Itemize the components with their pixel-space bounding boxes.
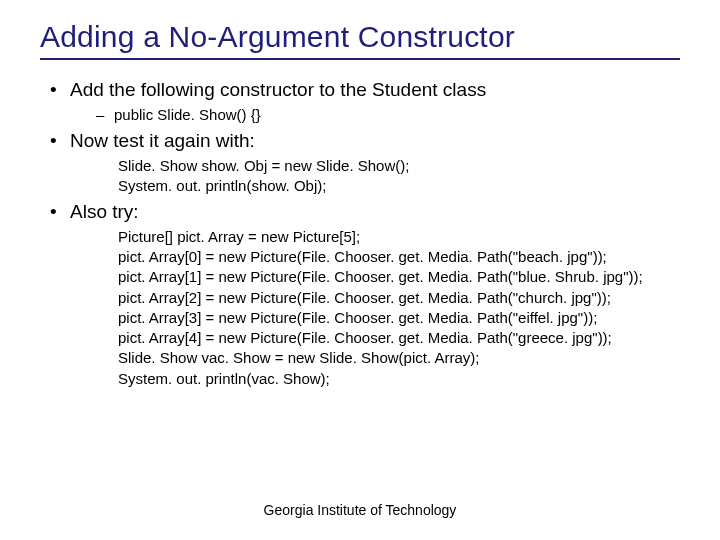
code-line: pict. Array[2] = new Picture(File. Choos… bbox=[118, 288, 680, 308]
code-line: Slide. Show show. Obj = new Slide. Show(… bbox=[118, 156, 680, 176]
code-line: System. out. println(show. Obj); bbox=[118, 176, 680, 196]
bullet-2-text: Now test it again with: bbox=[70, 130, 255, 151]
bullet-2: Now test it again with: Slide. Show show… bbox=[46, 129, 680, 196]
bullet-list: Add the following constructor to the Stu… bbox=[46, 78, 680, 389]
bullet-1-sub: public Slide. Show() {} bbox=[96, 105, 680, 125]
bullet-2-code: Slide. Show show. Obj = new Slide. Show(… bbox=[118, 156, 680, 197]
bullet-3-code: Picture[] pict. Array = new Picture[5]; … bbox=[118, 227, 680, 389]
bullet-1-sublist: public Slide. Show() {} bbox=[96, 105, 680, 125]
bullet-3-text: Also try: bbox=[70, 201, 139, 222]
code-line: System. out. println(vac. Show); bbox=[118, 369, 680, 389]
footer-text: Georgia Institute of Technology bbox=[0, 502, 720, 518]
bullet-1: Add the following constructor to the Stu… bbox=[46, 78, 680, 125]
code-line: Picture[] pict. Array = new Picture[5]; bbox=[118, 227, 680, 247]
code-line: pict. Array[4] = new Picture(File. Choos… bbox=[118, 328, 680, 348]
bullet-3: Also try: Picture[] pict. Array = new Pi… bbox=[46, 200, 680, 389]
slide: Adding a No-Argument Constructor Add the… bbox=[0, 0, 720, 540]
code-line: pict. Array[1] = new Picture(File. Choos… bbox=[118, 267, 680, 287]
slide-title: Adding a No-Argument Constructor bbox=[40, 20, 680, 60]
code-line: pict. Array[3] = new Picture(File. Choos… bbox=[118, 308, 680, 328]
bullet-1-text: Add the following constructor to the Stu… bbox=[70, 79, 486, 100]
code-line: Slide. Show vac. Show = new Slide. Show(… bbox=[118, 348, 680, 368]
code-line: pict. Array[0] = new Picture(File. Choos… bbox=[118, 247, 680, 267]
